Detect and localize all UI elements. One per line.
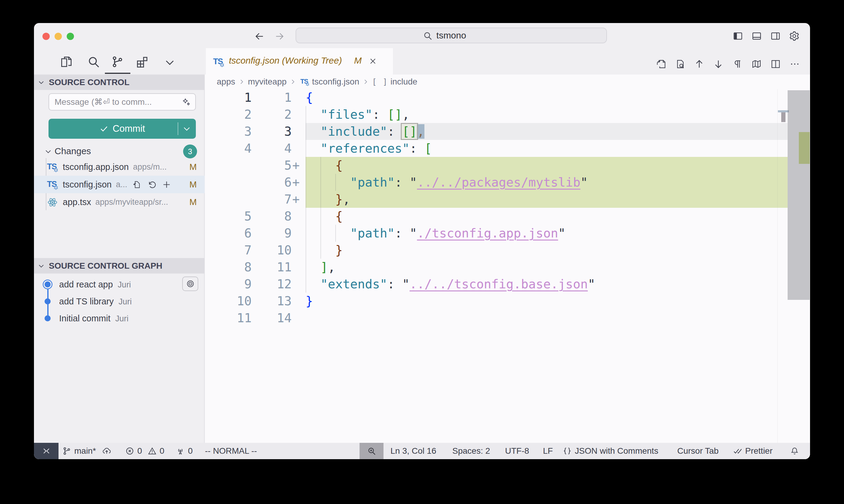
search-editor-icon[interactable] [675,59,686,69]
encoding-item[interactable]: UTF-8 [505,443,529,459]
code-text[interactable]: "extends": "../../tsconfig.base.json" [306,276,595,293]
breadcrumb-item[interactable]: include [391,77,417,87]
scm-file-row[interactable]: TStsconfig.app.jsonapps/m...M [34,158,205,176]
path-link: ../../packages/mytslib [417,175,580,190]
code-text[interactable]: } [306,242,343,259]
code-text[interactable]: }, [306,191,350,208]
ports-status-item[interactable]: 0 [176,443,193,459]
forward-icon[interactable] [274,31,285,41]
scm-file-row[interactable]: app.tsxapps/myviteapp/sr...M [34,193,205,211]
branch-status-item[interactable]: main* [62,443,111,459]
commit-row[interactable]: add TS libraryJuri [34,293,205,310]
layout-panel-icon[interactable] [752,31,762,41]
next-change-icon[interactable] [713,59,724,69]
source-control-icon[interactable] [111,55,124,69]
commit-button[interactable]: Commit [49,119,196,139]
close-icon[interactable] [369,57,377,65]
scm-file-row[interactable]: TStsconfig.jsona...M [34,176,205,193]
commit-button-divider [178,122,178,135]
explorer-icon[interactable] [60,55,73,69]
vim-mode-indicator[interactable]: -- NORMAL -- [205,443,257,459]
remote-indicator[interactable] [34,443,58,459]
cursor-tab-item[interactable]: Cursor Tab [677,443,719,459]
command-center[interactable]: tsmono [296,28,607,43]
code-token: "include" [321,124,387,139]
commit-row[interactable]: Initial commitJuri [34,310,205,327]
map-icon[interactable] [751,59,762,69]
sidebar: SOURCE CONTROL Message (⌘⏎ to comm... Co… [34,74,205,443]
more-actions-icon[interactable] [789,59,800,69]
breadcrumb-item[interactable]: tsconfig.json [312,77,359,87]
file-path: a... [116,180,127,189]
breadcrumbs[interactable]: appsmyviteappTStsconfig.json[ ]include [205,74,810,89]
vertical-scrollbar[interactable] [788,90,810,300]
active-tab-indicator [105,73,131,74]
formatter-item[interactable]: Prettier [733,443,773,459]
close-button[interactable] [42,33,50,40]
layout-sidebar-right-icon[interactable] [770,31,781,41]
changes-section[interactable]: Changes 3 [34,145,205,158]
zoom-button[interactable] [67,33,74,40]
open-changes-icon[interactable] [656,59,666,69]
code-token: [] [387,107,402,122]
code-token: [] [402,124,417,139]
modified-line-number: 5 [252,157,292,174]
problems-status-item[interactable]: 0 0 [125,443,164,459]
eol-item[interactable]: LF [543,443,553,459]
tab-bar: TS tsconfig.json (Working Tree) M [205,49,810,74]
modified-line-number: 6 [252,174,292,191]
code-text[interactable]: "files": [], [306,106,410,123]
split-editor-icon[interactable] [770,59,781,69]
breadcrumb-separator-icon [362,78,369,85]
settings-gear-icon[interactable] [789,31,799,41]
cursor-position-item[interactable]: Ln 3, Col 16 [391,443,436,459]
cursor-position: Ln 3, Col 16 [391,446,436,456]
source-control-header[interactable]: SOURCE CONTROL [34,74,205,90]
code-token: { [306,90,313,105]
code-text[interactable]: } [306,293,313,309]
previous-change-icon[interactable] [694,59,705,69]
discard-changes-icon[interactable] [147,180,156,189]
original-line-number: 11 [205,309,252,326]
chevron-down-icon[interactable] [164,56,176,69]
back-icon[interactable] [254,31,265,41]
chevron-down-icon[interactable] [182,124,191,133]
code-token: : [372,107,387,122]
original-line-number: 7 [205,242,252,259]
commit-message: add TS library [59,296,114,306]
commit-row[interactable]: add react appJuri [34,276,205,293]
code-text[interactable]: "path": "./tsconfig.app.json" [306,225,565,242]
source-control-graph-header[interactable]: SOURCE CONTROL GRAPH [34,258,205,273]
search-view-icon[interactable] [87,55,100,69]
code-text[interactable]: ], [306,259,335,276]
braces-icon [563,447,572,455]
minimap[interactable] [778,89,788,443]
extensions-icon[interactable] [136,55,149,69]
language-mode-item[interactable]: JSON with Comments [563,443,658,459]
code-text[interactable]: { [306,208,343,225]
open-file-icon[interactable] [132,180,142,189]
code-text[interactable]: { [306,157,343,174]
indentation-item[interactable]: Spaces: 2 [452,443,490,459]
added-line-plus: + [292,174,300,191]
modified-line-number: 11 [252,259,292,276]
minimize-button[interactable] [55,33,62,40]
tab-tsconfig-json[interactable]: TS tsconfig.json (Working Tree) M [206,48,393,74]
commit-message-input[interactable]: Message (⌘⏎ to comm... [49,93,196,111]
notifications-item[interactable] [790,443,799,459]
commit-text: Initial commitJuri [59,313,128,323]
code-text[interactable]: { [306,89,313,106]
path-link: ./tsconfig.app.json [417,226,558,240]
pilcrow-icon[interactable] [732,59,743,69]
code-text[interactable]: "path": "../../packages/mytslib" [306,174,588,191]
zoom-status-item[interactable] [360,443,383,459]
stage-changes-icon[interactable] [162,180,171,189]
breadcrumb-item[interactable]: myviteapp [248,77,287,87]
code-text[interactable]: "references": [ [306,140,432,157]
sparkle-icon[interactable] [181,97,191,107]
code-text[interactable]: "include": [], [306,123,425,140]
code-token [306,260,321,274]
layout-sidebar-left-icon[interactable] [733,31,743,41]
goto-current-commit-button[interactable] [182,276,198,291]
breadcrumb-item[interactable]: apps [217,77,235,87]
